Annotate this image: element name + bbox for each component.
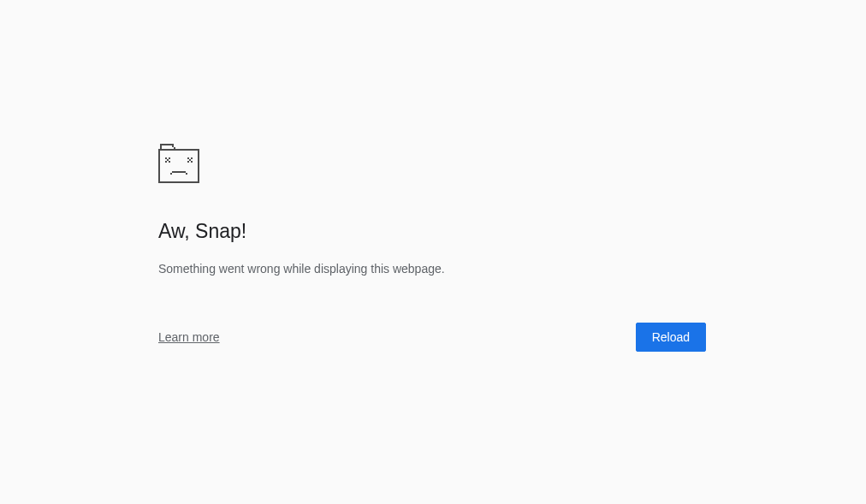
svg-rect-12 — [169, 161, 170, 163]
sad-folder-icon — [158, 144, 199, 183]
learn-more-link[interactable]: Learn more — [158, 330, 220, 344]
svg-rect-8 — [165, 157, 167, 159]
error-container: Aw, Snap! Something went wrong while dis… — [158, 144, 706, 352]
svg-rect-10 — [167, 159, 169, 161]
svg-rect-18 — [170, 173, 172, 175]
svg-rect-6 — [198, 151, 199, 181]
svg-rect-20 — [186, 173, 187, 175]
svg-rect-11 — [165, 161, 167, 163]
error-title: Aw, Snap! — [158, 219, 706, 245]
error-message: Something went wrong while displaying th… — [158, 260, 706, 278]
svg-rect-9 — [169, 157, 170, 159]
error-actions: Learn more Reload — [158, 323, 706, 352]
svg-rect-2 — [172, 145, 174, 147]
reload-button[interactable]: Reload — [636, 323, 706, 352]
svg-rect-3 — [174, 147, 175, 149]
svg-rect-15 — [189, 159, 191, 161]
svg-rect-1 — [160, 145, 162, 149]
svg-rect-7 — [158, 181, 199, 183]
svg-rect-16 — [187, 161, 189, 163]
svg-rect-19 — [172, 171, 186, 173]
svg-rect-13 — [187, 157, 189, 159]
svg-rect-17 — [191, 161, 193, 163]
svg-rect-0 — [160, 144, 174, 145]
svg-rect-5 — [158, 151, 160, 181]
svg-rect-14 — [191, 157, 193, 159]
svg-rect-4 — [158, 149, 199, 151]
